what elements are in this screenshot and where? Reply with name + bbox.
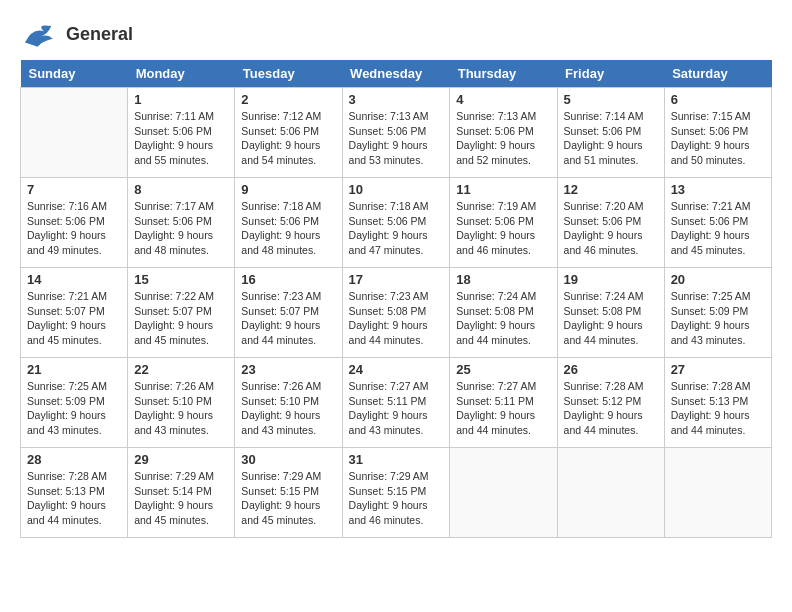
day-header-tuesday: Tuesday xyxy=(235,60,342,88)
day-info: Sunrise: 7:17 AM Sunset: 5:06 PM Dayligh… xyxy=(134,199,228,258)
day-number: 5 xyxy=(564,92,658,107)
day-number: 21 xyxy=(27,362,121,377)
calendar-cell: 13Sunrise: 7:21 AM Sunset: 5:06 PM Dayli… xyxy=(664,178,771,268)
calendar-week-row: 14Sunrise: 7:21 AM Sunset: 5:07 PM Dayli… xyxy=(21,268,772,358)
day-number: 10 xyxy=(349,182,444,197)
day-info: Sunrise: 7:18 AM Sunset: 5:06 PM Dayligh… xyxy=(241,199,335,258)
day-info: Sunrise: 7:29 AM Sunset: 5:14 PM Dayligh… xyxy=(134,469,228,528)
calendar-cell: 7Sunrise: 7:16 AM Sunset: 5:06 PM Daylig… xyxy=(21,178,128,268)
calendar-cell: 12Sunrise: 7:20 AM Sunset: 5:06 PM Dayli… xyxy=(557,178,664,268)
calendar-cell xyxy=(21,88,128,178)
day-number: 4 xyxy=(456,92,550,107)
day-number: 27 xyxy=(671,362,765,377)
day-number: 18 xyxy=(456,272,550,287)
day-number: 12 xyxy=(564,182,658,197)
day-info: Sunrise: 7:19 AM Sunset: 5:06 PM Dayligh… xyxy=(456,199,550,258)
day-info: Sunrise: 7:18 AM Sunset: 5:06 PM Dayligh… xyxy=(349,199,444,258)
calendar-cell: 28Sunrise: 7:28 AM Sunset: 5:13 PM Dayli… xyxy=(21,448,128,538)
day-info: Sunrise: 7:22 AM Sunset: 5:07 PM Dayligh… xyxy=(134,289,228,348)
calendar-cell: 6Sunrise: 7:15 AM Sunset: 5:06 PM Daylig… xyxy=(664,88,771,178)
calendar-cell xyxy=(557,448,664,538)
day-header-sunday: Sunday xyxy=(21,60,128,88)
day-header-saturday: Saturday xyxy=(664,60,771,88)
calendar-cell: 5Sunrise: 7:14 AM Sunset: 5:06 PM Daylig… xyxy=(557,88,664,178)
calendar-week-row: 28Sunrise: 7:28 AM Sunset: 5:13 PM Dayli… xyxy=(21,448,772,538)
calendar-cell: 18Sunrise: 7:24 AM Sunset: 5:08 PM Dayli… xyxy=(450,268,557,358)
day-info: Sunrise: 7:25 AM Sunset: 5:09 PM Dayligh… xyxy=(27,379,121,438)
day-header-wednesday: Wednesday xyxy=(342,60,450,88)
day-info: Sunrise: 7:24 AM Sunset: 5:08 PM Dayligh… xyxy=(564,289,658,348)
day-info: Sunrise: 7:25 AM Sunset: 5:09 PM Dayligh… xyxy=(671,289,765,348)
day-info: Sunrise: 7:27 AM Sunset: 5:11 PM Dayligh… xyxy=(349,379,444,438)
day-number: 2 xyxy=(241,92,335,107)
calendar-cell: 27Sunrise: 7:28 AM Sunset: 5:13 PM Dayli… xyxy=(664,358,771,448)
day-info: Sunrise: 7:12 AM Sunset: 5:06 PM Dayligh… xyxy=(241,109,335,168)
day-info: Sunrise: 7:29 AM Sunset: 5:15 PM Dayligh… xyxy=(349,469,444,528)
day-number: 28 xyxy=(27,452,121,467)
calendar-cell: 10Sunrise: 7:18 AM Sunset: 5:06 PM Dayli… xyxy=(342,178,450,268)
calendar-cell: 4Sunrise: 7:13 AM Sunset: 5:06 PM Daylig… xyxy=(450,88,557,178)
calendar-cell: 31Sunrise: 7:29 AM Sunset: 5:15 PM Dayli… xyxy=(342,448,450,538)
calendar-cell: 8Sunrise: 7:17 AM Sunset: 5:06 PM Daylig… xyxy=(128,178,235,268)
day-info: Sunrise: 7:23 AM Sunset: 5:08 PM Dayligh… xyxy=(349,289,444,348)
day-info: Sunrise: 7:13 AM Sunset: 5:06 PM Dayligh… xyxy=(456,109,550,168)
day-number: 17 xyxy=(349,272,444,287)
day-info: Sunrise: 7:21 AM Sunset: 5:06 PM Dayligh… xyxy=(671,199,765,258)
logo-name: General xyxy=(66,24,133,46)
day-info: Sunrise: 7:28 AM Sunset: 5:13 PM Dayligh… xyxy=(671,379,765,438)
day-number: 9 xyxy=(241,182,335,197)
day-number: 20 xyxy=(671,272,765,287)
day-info: Sunrise: 7:15 AM Sunset: 5:06 PM Dayligh… xyxy=(671,109,765,168)
calendar-cell: 3Sunrise: 7:13 AM Sunset: 5:06 PM Daylig… xyxy=(342,88,450,178)
calendar-cell: 21Sunrise: 7:25 AM Sunset: 5:09 PM Dayli… xyxy=(21,358,128,448)
calendar-cell xyxy=(664,448,771,538)
day-header-friday: Friday xyxy=(557,60,664,88)
calendar-cell: 24Sunrise: 7:27 AM Sunset: 5:11 PM Dayli… xyxy=(342,358,450,448)
day-info: Sunrise: 7:28 AM Sunset: 5:13 PM Dayligh… xyxy=(27,469,121,528)
calendar-cell: 30Sunrise: 7:29 AM Sunset: 5:15 PM Dayli… xyxy=(235,448,342,538)
calendar-cell: 17Sunrise: 7:23 AM Sunset: 5:08 PM Dayli… xyxy=(342,268,450,358)
day-header-thursday: Thursday xyxy=(450,60,557,88)
calendar-cell: 26Sunrise: 7:28 AM Sunset: 5:12 PM Dayli… xyxy=(557,358,664,448)
day-number: 30 xyxy=(241,452,335,467)
day-number: 8 xyxy=(134,182,228,197)
day-info: Sunrise: 7:11 AM Sunset: 5:06 PM Dayligh… xyxy=(134,109,228,168)
logo-icon xyxy=(20,20,60,50)
day-number: 23 xyxy=(241,362,335,377)
day-number: 16 xyxy=(241,272,335,287)
calendar-cell: 29Sunrise: 7:29 AM Sunset: 5:14 PM Dayli… xyxy=(128,448,235,538)
day-info: Sunrise: 7:28 AM Sunset: 5:12 PM Dayligh… xyxy=(564,379,658,438)
day-info: Sunrise: 7:24 AM Sunset: 5:08 PM Dayligh… xyxy=(456,289,550,348)
day-info: Sunrise: 7:14 AM Sunset: 5:06 PM Dayligh… xyxy=(564,109,658,168)
day-info: Sunrise: 7:16 AM Sunset: 5:06 PM Dayligh… xyxy=(27,199,121,258)
calendar-header-row: SundayMondayTuesdayWednesdayThursdayFrid… xyxy=(21,60,772,88)
calendar-cell: 14Sunrise: 7:21 AM Sunset: 5:07 PM Dayli… xyxy=(21,268,128,358)
day-number: 13 xyxy=(671,182,765,197)
calendar-cell: 2Sunrise: 7:12 AM Sunset: 5:06 PM Daylig… xyxy=(235,88,342,178)
day-info: Sunrise: 7:13 AM Sunset: 5:06 PM Dayligh… xyxy=(349,109,444,168)
calendar-cell xyxy=(450,448,557,538)
day-number: 1 xyxy=(134,92,228,107)
logo-text: General xyxy=(66,24,133,46)
day-info: Sunrise: 7:23 AM Sunset: 5:07 PM Dayligh… xyxy=(241,289,335,348)
day-number: 15 xyxy=(134,272,228,287)
day-number: 7 xyxy=(27,182,121,197)
day-number: 31 xyxy=(349,452,444,467)
calendar-cell: 22Sunrise: 7:26 AM Sunset: 5:10 PM Dayli… xyxy=(128,358,235,448)
day-number: 25 xyxy=(456,362,550,377)
logo: General xyxy=(20,20,133,50)
day-number: 19 xyxy=(564,272,658,287)
calendar-cell: 20Sunrise: 7:25 AM Sunset: 5:09 PM Dayli… xyxy=(664,268,771,358)
calendar-cell: 1Sunrise: 7:11 AM Sunset: 5:06 PM Daylig… xyxy=(128,88,235,178)
calendar-cell: 19Sunrise: 7:24 AM Sunset: 5:08 PM Dayli… xyxy=(557,268,664,358)
day-info: Sunrise: 7:21 AM Sunset: 5:07 PM Dayligh… xyxy=(27,289,121,348)
day-number: 24 xyxy=(349,362,444,377)
day-header-monday: Monday xyxy=(128,60,235,88)
day-number: 22 xyxy=(134,362,228,377)
calendar-table: SundayMondayTuesdayWednesdayThursdayFrid… xyxy=(20,60,772,538)
day-number: 6 xyxy=(671,92,765,107)
calendar-cell: 15Sunrise: 7:22 AM Sunset: 5:07 PM Dayli… xyxy=(128,268,235,358)
day-info: Sunrise: 7:20 AM Sunset: 5:06 PM Dayligh… xyxy=(564,199,658,258)
day-number: 26 xyxy=(564,362,658,377)
day-info: Sunrise: 7:29 AM Sunset: 5:15 PM Dayligh… xyxy=(241,469,335,528)
